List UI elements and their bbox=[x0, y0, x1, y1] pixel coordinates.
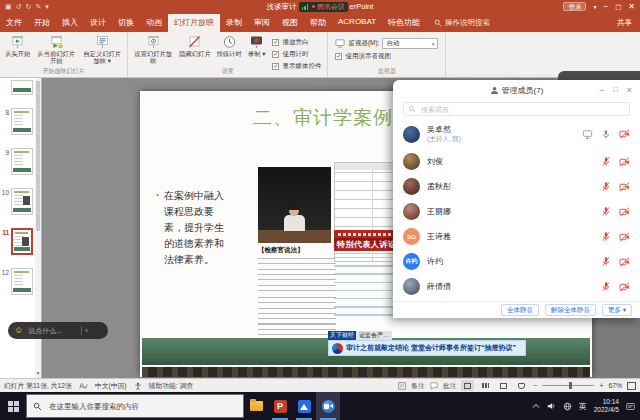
panel-close-icon[interactable]: × bbox=[627, 86, 632, 95]
ribbon-tab-录制[interactable]: 录制 bbox=[220, 14, 248, 32]
zoom-slider[interactable] bbox=[542, 385, 594, 386]
member-row-刘俊[interactable]: 刘俊 bbox=[403, 149, 630, 174]
input-language-indicator[interactable]: 英 bbox=[579, 401, 587, 412]
slide-thumbnail-10[interactable]: 10 bbox=[0, 188, 35, 215]
slide-number-indicator[interactable]: 幻灯片 第11张, 共12张 bbox=[4, 381, 72, 391]
ribbon-tab-特色功能[interactable]: 特色功能 bbox=[382, 14, 426, 32]
thumbnail-preview[interactable] bbox=[11, 268, 33, 295]
camera-off-icon[interactable] bbox=[619, 207, 630, 217]
slide-thumbnail-12[interactable]: 12 bbox=[0, 268, 35, 295]
member-row-吴卓然[interactable]: 吴卓然(主持人, 我) bbox=[403, 119, 630, 149]
member-row-许约[interactable]: 许约许约 bbox=[403, 249, 630, 274]
panel-footer-button-解除全体静音[interactable]: 解除全体静音 bbox=[545, 304, 596, 316]
hidden-icons-chevron-icon[interactable] bbox=[532, 403, 540, 409]
checkbox-icon[interactable]: ✓ bbox=[272, 39, 279, 46]
mic-off-icon[interactable] bbox=[601, 156, 611, 167]
action-center-icon[interactable] bbox=[626, 402, 635, 411]
ribbon-checkbox-使用计时[interactable]: ✓使用计时 bbox=[272, 50, 321, 59]
taskbar-app-file-explorer-icon[interactable] bbox=[244, 392, 268, 420]
slide-thumbnail-9[interactable]: 9 bbox=[0, 148, 35, 175]
spellcheck-icon[interactable] bbox=[79, 382, 88, 390]
slide-thumbnail-partial[interactable] bbox=[0, 80, 35, 95]
mic-on-icon[interactable] bbox=[601, 129, 611, 140]
reading-view-button[interactable] bbox=[497, 380, 510, 391]
comments-button[interactable]: 批注 bbox=[443, 381, 457, 391]
ribbon-button-从当前幻灯片开始[interactable]: 从当前幻灯片开始 bbox=[33, 34, 79, 65]
taskbar-app-powerpoint-icon[interactable]: P bbox=[268, 392, 292, 420]
checkbox-icon[interactable]: ✓ bbox=[272, 51, 279, 58]
thumbnail-preview[interactable] bbox=[11, 228, 33, 255]
clock[interactable]: 10:14 2022/4/5 bbox=[594, 398, 619, 415]
zoom-level[interactable]: 67% bbox=[608, 382, 622, 389]
ribbon-checkbox-播放旁白[interactable]: ✓播放旁白 bbox=[272, 38, 321, 47]
member-row-王丽娜[interactable]: 王丽娜 bbox=[403, 199, 630, 224]
mic-off-icon[interactable] bbox=[601, 256, 611, 267]
ribbon-tab-插入[interactable]: 插入 bbox=[56, 14, 84, 32]
ribbon-button-自定义幻灯片放映 ▾[interactable]: 自定义幻灯片放映 ▾ bbox=[79, 34, 125, 65]
screen-share-icon[interactable] bbox=[582, 129, 593, 140]
taskbar-app-tencent-docs-icon[interactable] bbox=[292, 392, 316, 420]
taskbar-search-input[interactable] bbox=[47, 401, 237, 412]
fit-to-window-icon[interactable] bbox=[627, 382, 636, 390]
ribbon-tab-帮助[interactable]: 帮助 bbox=[304, 14, 332, 32]
member-row-薛倩倩[interactable]: 薛倩倩 bbox=[403, 274, 630, 299]
mic-off-icon[interactable] bbox=[601, 281, 611, 292]
ribbon-tab-幻灯片放映[interactable]: 幻灯片放映 bbox=[168, 14, 220, 32]
thumbnail-preview[interactable] bbox=[11, 148, 33, 175]
taskbar-app-tencent-meeting-icon[interactable] bbox=[316, 392, 340, 420]
panel-maximize-icon[interactable]: □ bbox=[613, 86, 618, 94]
volume-icon[interactable] bbox=[547, 402, 556, 410]
accessibility-status[interactable]: 辅助功能: 调查 bbox=[149, 381, 194, 391]
presenter-view-checkbox[interactable]: ✓ bbox=[335, 53, 342, 60]
taskbar-search-box[interactable] bbox=[26, 394, 244, 418]
ribbon-button-从头开始[interactable]: 从头开始 bbox=[2, 34, 33, 65]
start-button[interactable] bbox=[0, 392, 26, 420]
member-search-box[interactable] bbox=[403, 102, 630, 116]
thumbnail-preview[interactable] bbox=[11, 108, 33, 135]
member-row-王诗雅[interactable]: SO王诗雅 bbox=[403, 224, 630, 249]
thumbnail-preview[interactable] bbox=[11, 80, 33, 95]
slideshow-view-button[interactable] bbox=[515, 380, 528, 391]
zoom-in-button[interactable]: + bbox=[599, 382, 603, 389]
slide-thumbnail-8[interactable]: 8 bbox=[0, 108, 35, 135]
camera-off-icon[interactable] bbox=[619, 232, 630, 242]
ribbon-tab-切换[interactable]: 切换 bbox=[112, 14, 140, 32]
slide-sorter-view-button[interactable] bbox=[479, 380, 492, 391]
member-search-input[interactable] bbox=[419, 105, 625, 114]
ribbon-tab-开始[interactable]: 开始 bbox=[28, 14, 56, 32]
camera-off-icon[interactable] bbox=[619, 257, 630, 267]
network-icon[interactable] bbox=[563, 402, 572, 411]
monitor-select[interactable]: 自动▾ bbox=[382, 38, 438, 49]
ribbon-tab-审阅[interactable]: 审阅 bbox=[248, 14, 276, 32]
panel-footer-button-全体静音[interactable]: 全体静音 bbox=[501, 304, 539, 316]
zoom-out-button[interactable]: − bbox=[533, 382, 537, 389]
language-indicator[interactable]: 中文(中国) bbox=[95, 381, 127, 391]
ribbon-tab-文件[interactable]: 文件 bbox=[0, 14, 28, 32]
normal-view-button[interactable] bbox=[461, 380, 474, 391]
danmaku-bar[interactable]: ☺ ‹ bbox=[8, 322, 108, 339]
panel-minimize-icon[interactable]: − bbox=[599, 86, 604, 95]
thumbnail-preview[interactable] bbox=[11, 188, 33, 215]
scroll-down-arrow-icon[interactable]: ▼ bbox=[35, 370, 41, 376]
meeting-status-widget[interactable]: 腾讯会议 bbox=[299, 2, 348, 12]
ribbon-button-排练计时[interactable]: 排练计时 bbox=[214, 34, 245, 65]
notes-button[interactable]: 备注 bbox=[411, 381, 425, 391]
ribbon-button-设置幻灯片放映[interactable]: 设置幻灯片放映 bbox=[130, 34, 176, 65]
slide-thumbnail-11[interactable]: 11 bbox=[0, 228, 35, 255]
ribbon-tab-ACROBAT[interactable]: ACROBAT bbox=[332, 14, 382, 32]
share-button[interactable]: 共享 bbox=[617, 18, 632, 28]
panel-footer-button-更多 ▾[interactable]: 更多 ▾ bbox=[602, 304, 632, 316]
camera-off-icon[interactable] bbox=[619, 129, 630, 139]
slide-video[interactable] bbox=[258, 167, 331, 243]
mic-off-icon[interactable] bbox=[601, 181, 611, 192]
ribbon-tab-设计[interactable]: 设计 bbox=[84, 14, 112, 32]
camera-off-icon[interactable] bbox=[619, 182, 630, 192]
collapse-arrow-icon[interactable]: ‹ bbox=[85, 327, 88, 335]
danmaku-input[interactable] bbox=[26, 326, 78, 335]
mic-off-icon[interactable] bbox=[601, 206, 611, 217]
tell-me-search[interactable]: 操作说明搜索 bbox=[434, 18, 490, 28]
camera-off-icon[interactable] bbox=[619, 157, 630, 167]
member-row-孟秋彤[interactable]: 孟秋彤 bbox=[403, 174, 630, 199]
mic-off-icon[interactable] bbox=[601, 231, 611, 242]
camera-off-icon[interactable] bbox=[619, 282, 630, 292]
